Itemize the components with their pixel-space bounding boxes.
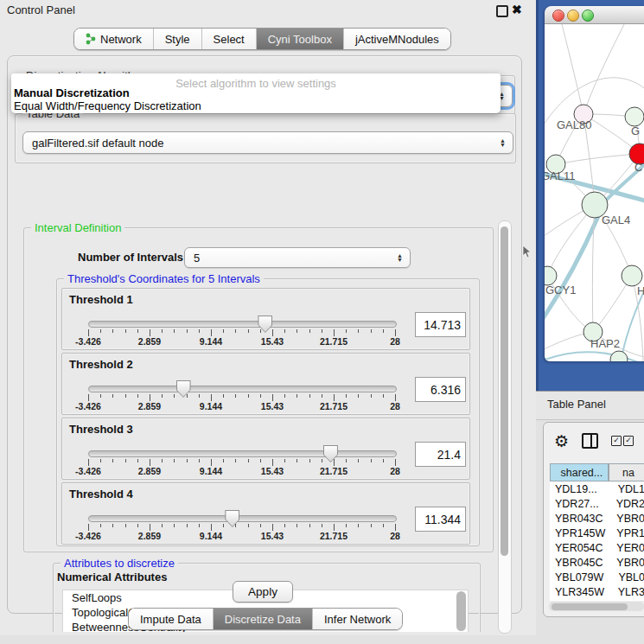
table-data-combobox[interactable]: galFiltered.sif default node ▲▼	[22, 131, 513, 154]
close-traffic-light[interactable]	[552, 10, 564, 22]
thresholds-stack: Threshold 1-3.4262.8599.14415.4321.71528…	[61, 288, 470, 547]
column-header-shared[interactable]: shared...	[550, 463, 609, 481]
apply-button[interactable]: Apply	[233, 581, 293, 603]
slider-tick	[112, 459, 113, 462]
table-horizontal-scrollbar[interactable]	[549, 602, 644, 611]
slider-tick-label: -3.426	[75, 336, 101, 347]
slider-tick	[371, 459, 372, 462]
gear-icon[interactable]: ⚙	[554, 433, 569, 449]
close-icon[interactable]: ✖	[512, 3, 522, 16]
node-table[interactable]: shared...na YDL19...YDL1YDR27...YDR2YBR0…	[550, 463, 644, 601]
tab-select[interactable]: Select	[201, 29, 256, 49]
node-label: GAL80	[557, 118, 591, 131]
table-row[interactable]: YDL19...YDL1	[550, 481, 644, 496]
settings-scroll-viewport: Interval Definition Number of Intervals …	[20, 220, 509, 632]
attributes-group-title: Attributes to discretize	[61, 557, 178, 570]
tab-impute-data[interactable]: Impute Data	[129, 609, 213, 629]
slider-track[interactable]	[88, 515, 397, 522]
algorithm-option-manual[interactable]: Manual Discretization	[14, 86, 130, 99]
number-of-intervals-combobox[interactable]: 5 ▲▼	[184, 247, 411, 268]
slider-tick	[383, 459, 384, 462]
table-row[interactable]: YPR145WYPR1	[550, 526, 644, 540]
table-panel-title: Table Panel	[547, 398, 606, 411]
table-row[interactable]: YIL052CYIL0	[550, 599, 644, 601]
numerical-attributes-label: Numerical Attributes	[57, 571, 167, 583]
network-node-gcy1[interactable]	[545, 266, 557, 285]
number-of-intervals-label: Number of Intervals	[78, 251, 183, 264]
slider-track[interactable]	[88, 321, 397, 328]
cell-shared-name: YPR145W	[550, 527, 613, 539]
network-node[interactable]	[610, 351, 628, 361]
control-panel-titlebar: Control Panel ✖	[0, 0, 536, 19]
tab-jactivemnodules[interactable]: jActiveMNodules	[343, 29, 450, 49]
threshold-value-field[interactable]: 21.4	[415, 442, 466, 467]
cyni-bottom-tabbar: Impute DataDiscretize DataInfer Network	[128, 608, 403, 630]
slider-tick	[383, 524, 384, 527]
slider-tick	[162, 394, 163, 398]
network-node-h[interactable]	[622, 265, 642, 286]
algorithm-dropdown-popup: Select algorithm to view settings Manual…	[11, 73, 501, 113]
panel-scrollbar-thumb[interactable]	[501, 226, 508, 556]
table-row[interactable]: YBL079WYBL0	[550, 570, 644, 584]
network-edge	[583, 24, 624, 114]
table-header-row: shared...na	[550, 463, 644, 481]
tab-cyni-toolbox[interactable]: Cyni Toolbox	[256, 29, 343, 49]
slider-tick	[150, 329, 150, 336]
slider-tick	[112, 394, 113, 398]
minimize-traffic-light[interactable]	[567, 10, 579, 22]
node-label: H	[637, 284, 644, 297]
slider-tick	[112, 524, 113, 527]
network-canvas[interactable]: GAL80GCGAL11GAL4GCY1HHAP2	[545, 24, 644, 361]
slider-track[interactable]	[88, 450, 397, 457]
slider-tick-label: 28	[390, 531, 400, 541]
slider-tick-label: 2.859	[138, 336, 161, 347]
number-of-intervals-value: 5	[194, 252, 200, 265]
network-edge	[545, 352, 644, 361]
slider-tick	[309, 329, 310, 333]
slider-tick-label: 21.715	[320, 466, 348, 476]
columns-icon[interactable]	[582, 433, 598, 449]
table-row[interactable]: YLR345WYLR3	[550, 584, 644, 599]
slider-tick	[223, 524, 224, 527]
tab-style[interactable]: Style	[153, 29, 201, 49]
tab-label: Discretize Data	[225, 613, 301, 626]
slider-tick	[309, 524, 310, 527]
float-window-icon[interactable]	[496, 5, 508, 17]
hscroll-thumb[interactable]	[552, 603, 628, 610]
slider-tick	[174, 459, 175, 462]
table-row[interactable]: YBR045CYBR0	[550, 555, 644, 570]
algorithm-option-equal-width[interactable]: Equal Width/Frequency Discretization	[14, 99, 201, 112]
select-columns-icons[interactable]: ✓✓	[611, 436, 634, 446]
network-icon	[86, 33, 96, 45]
slider-tick-label: -3.426	[75, 401, 101, 411]
slider-tick	[346, 524, 347, 527]
threshold-value-field[interactable]: 6.316	[415, 377, 466, 402]
mouse-cursor	[522, 245, 532, 259]
tab-infer-network[interactable]: Infer Network	[312, 609, 402, 629]
threshold-value-field[interactable]: 11.344	[415, 507, 466, 532]
slider-tick	[272, 394, 273, 401]
tab-discretize-data[interactable]: Discretize Data	[213, 609, 312, 629]
slider-tick	[346, 459, 347, 462]
slider-tick	[358, 459, 359, 462]
thresholds-group-title: Threshold's Coordinates for 5 Intervals	[64, 272, 264, 285]
zoom-traffic-light[interactable]	[582, 10, 594, 22]
slider-tick	[296, 459, 297, 462]
slider-tick	[395, 394, 396, 401]
slider-tick	[187, 459, 188, 462]
table-row[interactable]: YER054CYER0	[550, 540, 644, 555]
table-row[interactable]: YBR043CYBR0	[550, 511, 644, 526]
column-header-na[interactable]: na	[609, 463, 644, 481]
attributes-list-scrollbar[interactable]	[456, 591, 466, 631]
slider-tick	[272, 524, 273, 531]
slider-tick-label: 2.859	[138, 531, 161, 541]
threshold-value-field[interactable]: 14.713	[415, 312, 466, 337]
slider-tick	[334, 459, 335, 466]
network-node-g[interactable]	[625, 107, 644, 126]
table-body: YDL19...YDL1YDR27...YDR2YBR043CYBR0YPR14…	[550, 481, 644, 601]
table-row[interactable]: YDR27...YDR2	[550, 496, 644, 511]
panel-vertical-scrollbar[interactable]	[498, 220, 512, 634]
tab-network[interactable]: Network	[74, 29, 153, 49]
slider-track[interactable]	[88, 386, 397, 392]
table-panel-window: ⚙ ✓✓ shared...na YDL19...YDL1YDR27...YDR…	[543, 422, 644, 617]
